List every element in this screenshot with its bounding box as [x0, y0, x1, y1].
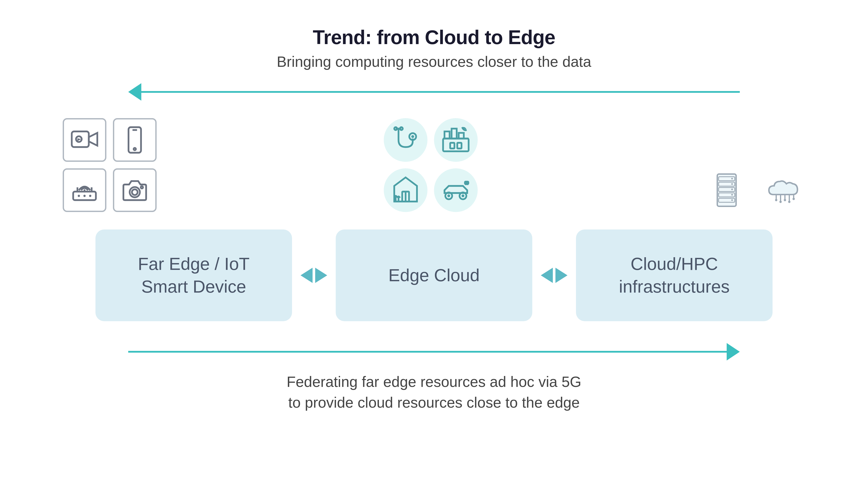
arrow-right-1-icon — [315, 268, 327, 283]
arrow-right-head-icon — [727, 343, 740, 360]
svg-point-52 — [731, 194, 733, 195]
cloud-infra-icon — [762, 168, 805, 212]
bottom-text: Federating far edge resources ad hoc via… — [286, 371, 581, 413]
arrow-left-head-icon — [128, 83, 141, 101]
far-edge-icons-grid — [63, 118, 157, 212]
top-arrow-container — [128, 83, 740, 101]
svg-rect-25 — [459, 133, 464, 139]
icons-row — [63, 118, 805, 212]
svg-point-11 — [78, 195, 80, 197]
camera-icon — [113, 168, 157, 212]
bottom-arrow-container — [128, 343, 740, 360]
cloud-hpc-icons — [705, 168, 805, 212]
edge-cloud-label: Edge Cloud — [389, 264, 479, 287]
svg-point-63 — [788, 201, 790, 203]
double-arrow-1-icon — [301, 268, 327, 283]
subtitle: Bringing computing resources closer to t… — [277, 53, 591, 70]
top-arrow-line — [141, 91, 740, 93]
svg-point-15 — [132, 189, 137, 195]
far-edge-icons — [63, 118, 157, 212]
svg-point-13 — [89, 195, 91, 197]
svg-rect-23 — [444, 131, 450, 139]
arrow-right-2-icon — [555, 268, 567, 283]
svg-point-10 — [84, 189, 85, 191]
cloud-hpc-label: Cloud/HPC infrastructures — [593, 253, 755, 298]
connector-1 — [292, 268, 336, 283]
svg-point-36 — [447, 195, 450, 197]
svg-rect-27 — [450, 143, 455, 149]
title-section: Trend: from Cloud to Edge Bringing compu… — [277, 26, 591, 70]
edge-cloud-icons — [384, 118, 478, 212]
svg-point-53 — [731, 199, 733, 201]
server-rack-icon — [705, 168, 748, 212]
video-camera-icon — [63, 118, 106, 162]
smartphone-icon — [113, 118, 157, 162]
svg-point-61 — [779, 201, 782, 203]
svg-rect-28 — [457, 143, 462, 149]
svg-point-64 — [793, 198, 795, 200]
main-title: Trend: from Cloud to Edge — [277, 26, 591, 49]
svg-rect-24 — [452, 129, 457, 139]
farm-icon — [384, 168, 428, 212]
ev-car-icon — [434, 168, 478, 212]
arrow-left-1-icon — [301, 268, 313, 283]
cloud-hpc-box: Cloud/HPC infrastructures — [576, 229, 773, 321]
bottom-arrow-line — [128, 351, 727, 353]
svg-point-12 — [84, 195, 86, 197]
svg-point-50 — [731, 183, 733, 185]
svg-point-16 — [141, 186, 143, 189]
svg-rect-43 — [717, 174, 736, 206]
svg-point-37 — [462, 195, 464, 197]
far-edge-box: Far Edge / IoT Smart Device — [95, 229, 292, 321]
arrow-left-2-icon — [541, 268, 553, 283]
boxes-row: Far Edge / IoT Smart Device Edge Cloud C… — [63, 229, 805, 321]
svg-point-62 — [784, 199, 786, 201]
far-edge-label: Far Edge / IoT Smart Device — [113, 253, 275, 298]
stethoscope-icon — [384, 118, 428, 162]
svg-point-6 — [134, 148, 136, 150]
svg-marker-1 — [89, 133, 97, 146]
connector-2 — [532, 268, 576, 283]
svg-point-60 — [775, 199, 777, 201]
svg-point-49 — [731, 178, 733, 179]
wifi-router-icon — [63, 168, 106, 212]
edge-cloud-icons-grid — [384, 118, 478, 212]
svg-rect-4 — [128, 127, 141, 153]
factory-icon — [434, 118, 478, 162]
double-arrow-2-icon — [541, 268, 567, 283]
svg-point-51 — [731, 189, 733, 190]
page-container: Trend: from Cloud to Edge Bringing compu… — [0, 0, 868, 488]
svg-rect-22 — [443, 139, 469, 152]
svg-point-18 — [411, 135, 414, 138]
edge-cloud-box: Edge Cloud — [336, 229, 532, 321]
